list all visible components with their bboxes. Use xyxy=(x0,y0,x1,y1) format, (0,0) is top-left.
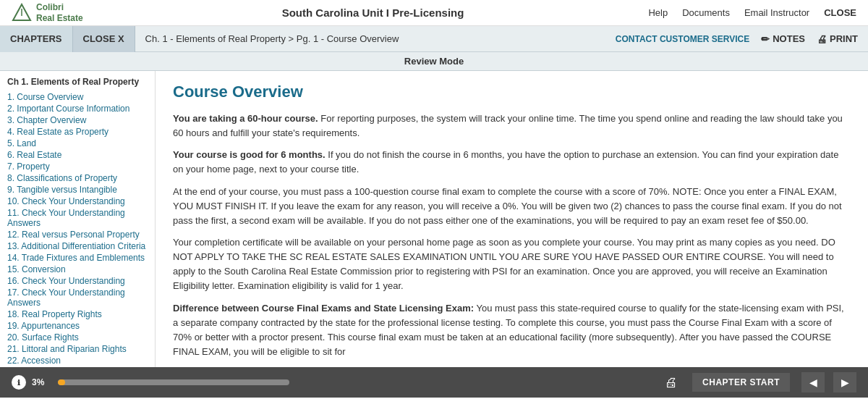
email-instructor-link[interactable]: Email Instructor xyxy=(744,7,809,18)
sidebar-item-19[interactable]: 19. Appurtenances xyxy=(7,320,148,332)
content-title: Course Overview xyxy=(173,83,851,101)
content-paragraphs: You are taking a 60-hour course. For rep… xyxy=(173,112,851,359)
logo-icon xyxy=(12,3,32,23)
prev-arrow-button[interactable]: ◀ xyxy=(801,372,825,392)
content-paragraph-5: Difference between Course Final Exams an… xyxy=(173,301,851,360)
progress-info: ℹ 3% xyxy=(12,375,650,390)
sidebar-item-18[interactable]: 18. Real Property Rights xyxy=(7,308,148,320)
sidebar-items-container: 1. Course Overview2. Important Course In… xyxy=(7,91,148,367)
review-mode-banner: Review Mode xyxy=(0,52,868,71)
next-arrow-button[interactable]: ▶ xyxy=(833,372,856,392)
content-area: Course Overview You are taking a 60-hour… xyxy=(156,71,868,367)
sidebar-item-7[interactable]: 7. Property xyxy=(7,161,148,172)
sidebar-item-10[interactable]: 10. Check Your Understanding xyxy=(7,196,148,207)
content-paragraph-3: At the end of your course, you must pass… xyxy=(173,185,851,228)
print-button[interactable]: 🖨 PRINT xyxy=(817,33,858,45)
sidebar-item-6[interactable]: 6. Real Estate xyxy=(7,149,148,161)
sidebar-item-23[interactable]: 23. Subsurface Rights xyxy=(7,366,148,367)
sidebar-item-1[interactable]: 1. Course Overview xyxy=(7,91,148,103)
sidebar-item-22[interactable]: 22. Accession xyxy=(7,355,148,366)
content-paragraph-2: Your course is good for 6 months. If you… xyxy=(173,148,851,177)
logo-text: Colibri Real Estate xyxy=(36,2,83,23)
bottom-bar: ℹ 3% 🖨 CHAPTER START ◀ ▶ xyxy=(0,367,868,398)
sidebar-item-2[interactable]: 2. Important Course Information xyxy=(7,103,148,114)
chapter-start-button[interactable]: CHAPTER START xyxy=(692,373,790,392)
documents-link[interactable]: Documents xyxy=(682,7,730,18)
sidebar-item-12[interactable]: 12. Real versus Personal Property xyxy=(7,229,148,240)
contact-customer-service-link[interactable]: CONTACT CUSTOMER SERVICE xyxy=(616,34,749,44)
printer-icon: 🖨 xyxy=(817,33,827,45)
top-navigation: Colibri Real Estate South Carolina Unit … xyxy=(0,0,868,26)
progress-circle: ℹ xyxy=(12,375,26,390)
course-title: South Carolina Unit I Pre-Licensing xyxy=(98,7,649,19)
sidebar-item-5[interactable]: 5. Land xyxy=(7,138,148,149)
sidebar-item-4[interactable]: 4. Real Estate as Property xyxy=(7,126,148,138)
sidebar-item-9[interactable]: 9. Tangible versus Intangible xyxy=(7,184,148,196)
progress-bar-track xyxy=(58,379,289,385)
sidebar-item-20[interactable]: 20. Surface Rights xyxy=(7,332,148,343)
sidebar-chapter-title: Ch 1. Elements of Real Property xyxy=(7,77,148,87)
close-link[interactable]: CLOSE xyxy=(824,7,856,18)
breadcrumb: Ch. 1 - Elements of Real Property > Pg. … xyxy=(135,33,616,44)
help-link[interactable]: Help xyxy=(648,7,668,18)
pencil-icon: ✏ xyxy=(761,33,770,45)
sidebar-item-8[interactable]: 8. Classifications of Property xyxy=(7,172,148,184)
second-nav-right: CONTACT CUSTOMER SERVICE ✏ NOTES 🖨 PRINT xyxy=(616,33,868,45)
sidebar-item-15[interactable]: 15. Conversion xyxy=(7,264,148,275)
progress-percentage: 3% xyxy=(32,377,52,387)
sidebar-item-21[interactable]: 21. Littoral and Riparian Rights xyxy=(7,343,148,355)
sidebar-item-11[interactable]: 11. Check Your Understanding Answers xyxy=(7,207,148,229)
sidebar: Ch 1. Elements of Real Property 1. Cours… xyxy=(0,71,156,367)
top-nav-links: Help Documents Email Instructor CLOSE xyxy=(648,7,856,18)
notes-button[interactable]: ✏ NOTES xyxy=(761,33,805,45)
progress-bar-fill xyxy=(58,379,65,385)
sidebar-item-3[interactable]: 3. Chapter Overview xyxy=(7,114,148,126)
sidebar-item-14[interactable]: 14. Trade Fixtures and Emblements xyxy=(7,252,148,264)
content-paragraph-1: You are taking a 60-hour course. For rep… xyxy=(173,112,851,140)
second-navigation: CHAPTERS CLOSE X Ch. 1 - Elements of Rea… xyxy=(0,26,868,52)
sidebar-item-16[interactable]: 16. Check Your Understanding xyxy=(7,275,148,287)
chapters-button[interactable]: CHAPTERS xyxy=(0,26,73,52)
main-layout: Ch 1. Elements of Real Property 1. Cours… xyxy=(0,71,868,367)
close-x-button[interactable]: CLOSE X xyxy=(73,26,135,52)
logo[interactable]: Colibri Real Estate xyxy=(12,2,83,23)
content-paragraph-4: Your completion certificate will be avai… xyxy=(173,235,851,294)
sidebar-item-13[interactable]: 13. Additional Differentiation Criteria xyxy=(7,240,148,252)
sidebar-item-17[interactable]: 17. Check Your Understanding Answers xyxy=(7,287,148,308)
print-icon-bottom[interactable]: 🖨 xyxy=(665,375,678,390)
